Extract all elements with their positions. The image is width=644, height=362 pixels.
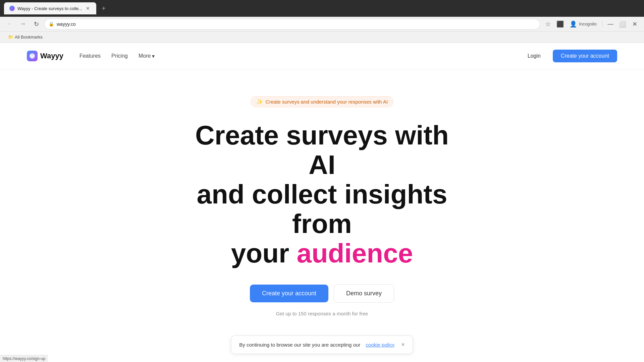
status-bar: https://wayyy.co/sign-up <box>0 355 48 362</box>
toolbar-actions: ☆ ⬛ 👤 Incognito — ⬜ ✕ <box>543 19 640 29</box>
tab-bar: Wayyy - Create surveys to colle... ✕ + <box>0 0 644 17</box>
bookmark-button[interactable]: ☆ <box>543 19 553 29</box>
nav-links: Features Pricing More <box>79 53 521 59</box>
forward-button[interactable]: → <box>17 19 28 29</box>
cookie-close-button[interactable]: × <box>401 341 405 348</box>
tab-favicon <box>9 6 15 11</box>
address-bar-container[interactable]: 🔒 <box>44 19 540 29</box>
hero-create-account-button[interactable]: Create your account <box>250 285 328 302</box>
nav-actions: Login Create your account <box>521 50 617 62</box>
website-content: Wayyy Features Pricing More Login Create… <box>0 43 644 362</box>
bookmarks-bar: 📁 All Bookmarks <box>0 32 644 43</box>
demo-survey-button[interactable]: Demo survey <box>334 284 394 303</box>
address-input[interactable] <box>57 21 536 27</box>
bookmarks-folder-icon: 📁 <box>8 35 13 40</box>
incognito-label: Incognito <box>579 21 597 26</box>
pricing-link[interactable]: Pricing <box>111 53 128 59</box>
login-button[interactable]: Login <box>521 50 547 62</box>
tab-close-button[interactable]: ✕ <box>85 5 91 11</box>
main-nav: Wayyy Features Pricing More Login Create… <box>0 43 644 69</box>
cookie-text-before: By continuing to browse our site you are… <box>239 342 360 348</box>
lock-icon: 🔒 <box>49 21 54 26</box>
more-dropdown[interactable]: More <box>139 53 155 59</box>
logo[interactable]: Wayyy <box>27 51 63 61</box>
hero-title-line3-plain: your <box>231 238 297 268</box>
hero-section: ✨ Create surveys and understand your res… <box>0 69 644 330</box>
hero-buttons: Create your account Demo survey <box>250 284 394 303</box>
sparkle-icon: ✨ <box>256 99 263 105</box>
maximize-button[interactable]: ⬜ <box>617 19 628 29</box>
browser-window: Wayyy - Create surveys to colle... ✕ + ←… <box>0 0 644 43</box>
incognito-button[interactable]: 👤 Incognito <box>567 19 599 29</box>
back-button[interactable]: ← <box>4 19 15 29</box>
incognito-avatar: 👤 <box>570 20 577 28</box>
cookie-banner: By continuing to browse our site you are… <box>231 336 413 354</box>
active-tab[interactable]: Wayyy - Create surveys to colle... ✕ <box>4 2 96 14</box>
bookmarks-all-label: All Bookmarks <box>15 35 43 40</box>
separator <box>602 21 602 27</box>
features-link[interactable]: Features <box>79 53 101 59</box>
status-url: https://wayyy.co/sign-up <box>3 356 45 361</box>
hero-subtext: Get up to 150 responses a month for free <box>276 311 368 316</box>
extension-button[interactable]: ⬛ <box>555 19 566 29</box>
browser-toolbar: ← → ↻ 🔒 ☆ ⬛ 👤 Incognito — ⬜ ✕ <box>0 17 644 32</box>
nav-create-account-button[interactable]: Create your account <box>553 50 617 62</box>
more-label: More <box>139 53 151 59</box>
cookie-policy-link[interactable]: cookie policy <box>366 342 394 348</box>
hero-badge-text: Create surveys and understand your respo… <box>266 99 388 105</box>
bookmarks-bar-all[interactable]: 📁 All Bookmarks <box>5 33 45 41</box>
hero-badge: ✨ Create surveys and understand your res… <box>251 96 393 107</box>
new-tab-button[interactable]: + <box>99 4 108 13</box>
minimize-button[interactable]: — <box>605 19 616 29</box>
hero-title: Create surveys with AI and collect insig… <box>188 121 456 268</box>
close-button[interactable]: ✕ <box>629 19 640 29</box>
hero-title-line2: and collect insights from <box>197 179 447 239</box>
tab-title: Wayyy - Create surveys to colle... <box>17 6 82 11</box>
chevron-down-icon <box>152 53 155 59</box>
logo-text: Wayyy <box>40 52 63 60</box>
svg-point-0 <box>30 53 35 59</box>
logo-icon <box>27 51 38 61</box>
reload-button[interactable]: ↻ <box>31 19 42 29</box>
hero-title-line1: Create surveys with AI <box>195 120 449 180</box>
hero-title-highlight: audience <box>297 238 413 268</box>
